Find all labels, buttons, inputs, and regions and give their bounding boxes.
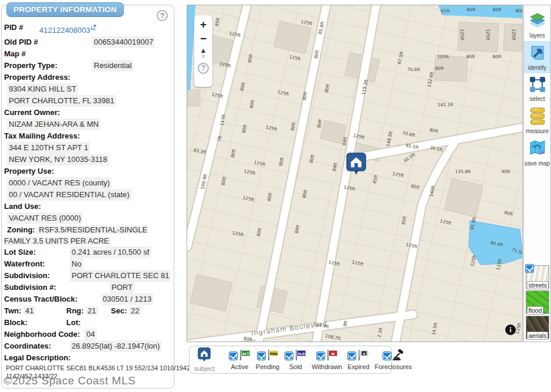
tool-save-map[interactable]: save map: [524, 137, 550, 169]
map-dim-label: 135.8ft: [455, 169, 471, 174]
tool-layers[interactable]: layers: [524, 10, 550, 41]
pending-checkbox[interactable]: [257, 352, 266, 360]
map-dim-label: 90ft: [502, 169, 511, 174]
svg-text:SLD: SLD: [298, 352, 305, 355]
map-dim-label: 80ft: [467, 7, 476, 12]
map-dim-label: 142.1ft: [438, 102, 454, 107]
property-type-label: Property Type:: [4, 60, 92, 72]
legend-item-withdrawn: W Withdrawn: [312, 350, 342, 370]
tax-address-line2: NEW YORK, NY 10035-3118: [7, 154, 109, 165]
map-dim-label: 80ft: [493, 54, 502, 59]
withdrawn-checkbox[interactable]: [316, 352, 325, 360]
tool-identify[interactable]: identify: [524, 41, 550, 73]
map-controls: + − ▲ ▼ ?: [194, 15, 212, 87]
sold-flag-icon: SLD: [295, 349, 306, 363]
map-canvas[interactable]: Ingraham Boulevard 61ft80ft80ft80ft125ft…: [187, 5, 523, 342]
map-toolbar: layers identify select measure: [523, 5, 551, 342]
compass-down-icon: ▼: [200, 53, 207, 59]
legal-description-line1: PORT CHARLOTTE SEC81 BLK4536 LT 19 552/1…: [4, 364, 171, 372]
tool-select[interactable]: select: [524, 73, 550, 104]
rng-label: Rng:: [66, 306, 84, 315]
expired-flag-icon: X: [357, 349, 369, 363]
waterfront-value: No: [70, 258, 83, 270]
property-address-label: Property Address:: [4, 72, 70, 83]
svg-text:W: W: [331, 352, 334, 355]
active-checkbox[interactable]: [229, 352, 238, 360]
compass-control[interactable]: ▲ ▼: [200, 48, 207, 59]
map-dim-label: 80ft: [467, 54, 475, 59]
map-dim-label: 80ft: [493, 7, 502, 12]
coordinates-value: 26.8925(lat) -82.1947(lon): [70, 340, 161, 352]
legend-item-pending: PND Pending: [256, 350, 279, 370]
external-link-icon: [91, 22, 96, 33]
map-dim-label: 105ft: [437, 54, 449, 59]
sold-checkbox[interactable]: [285, 352, 293, 360]
subject-icon: [197, 347, 211, 364]
panel-help-icon[interactable]: ?: [157, 10, 168, 21]
zoom-out-button[interactable]: −: [196, 32, 211, 46]
subdivision-number-label: Subdivision #:: [4, 282, 110, 293]
subdivision-value: PORT CHARLOTTE SEC 81: [70, 270, 171, 282]
svg-text:PND: PND: [269, 352, 278, 355]
property-type-value: Residential: [92, 60, 133, 72]
property-info-panel: PROPERTY INFORMATION ? PID # 41212240800…: [1, 5, 174, 388]
map-help-icon[interactable]: ?: [198, 63, 209, 74]
zoom-in-button[interactable]: +: [196, 18, 211, 32]
legend-item-sold: SLD Sold: [285, 350, 306, 370]
save-map-icon: [529, 140, 546, 160]
map-legend: subject ACT Active PND Pending: [189, 346, 392, 374]
legend-item-expired: X Expired: [347, 350, 369, 370]
layers-icon: [529, 13, 546, 32]
map-dim-label: 61ft: [441, 8, 450, 13]
toggle-flood[interactable]: flood: [526, 290, 549, 314]
map-dim-label: 125ft: [485, 29, 491, 40]
block-label: Block:: [4, 318, 28, 327]
expired-checkbox[interactable]: [347, 352, 356, 360]
neighborhood-code-value: 04: [84, 329, 96, 340]
land-use-label: Land Use:: [4, 201, 41, 212]
legal-description-line2: 1142/452 1433/22: [4, 372, 171, 380]
legal-description-label: Legal Description:: [4, 352, 70, 364]
map-info-icon[interactable]: i: [505, 325, 516, 335]
tax-address-label: Tax Mailing Address:: [4, 130, 80, 142]
legend-item-active: ACT Active: [229, 350, 251, 370]
map-dim-label: 125ft: [459, 29, 465, 40]
census-label: Census Tract/Block:: [4, 293, 101, 305]
lot-size-label: Lot Size:: [4, 246, 70, 258]
property-address-line2: PORT CHARLOTTE, FL 33981: [7, 95, 116, 107]
property-use-line1: 0000 / VACANT RES (county): [7, 177, 111, 189]
sec-value: 22: [129, 306, 141, 315]
streets-checkbox[interactable]: [525, 264, 534, 273]
select-icon: [529, 76, 546, 95]
subdivision-number-value: PORT: [110, 282, 134, 293]
waterfront-label: Waterfront:: [4, 258, 70, 270]
map-dim-label: 80ft: [435, 66, 444, 71]
subdivision-label: Subdivision:: [4, 270, 70, 282]
map-number-label: Map #: [4, 48, 26, 60]
foreclosures-checkbox[interactable]: [383, 352, 391, 360]
owner-value: NIZAM JEHAN-ARA & MN: [7, 119, 100, 130]
legend-subject: subject: [194, 347, 215, 372]
property-use-label: Property Use:: [4, 165, 54, 177]
toggle-aerials[interactable]: aerials: [526, 316, 549, 339]
rng-value: 21: [86, 306, 97, 315]
legend-item-foreclosures: Foreclosures: [375, 350, 413, 370]
tax-address-line1: 344 E 120TH ST APT 1: [7, 142, 90, 154]
lot-size-value: 0.241 acres / 10,500 sf: [70, 246, 151, 258]
tool-measure[interactable]: measure: [524, 104, 550, 137]
neighborhood-code-label: Neighborhood Code:: [4, 329, 80, 340]
active-flag-icon: ACT: [239, 349, 251, 363]
toggle-streets[interactable]: streets: [526, 265, 549, 289]
map[interactable]: Ingraham Boulevard 61ft80ft80ft80ft125ft…: [187, 5, 523, 342]
withdrawn-flag-icon: W: [326, 349, 338, 363]
owner-label: Current Owner:: [4, 107, 60, 119]
panel-title: PROPERTY INFORMATION: [6, 2, 124, 17]
census-value: 030501 / 1213: [101, 293, 153, 305]
coordinates-label: Coordinates:: [4, 340, 70, 352]
gavel-icon: [393, 349, 404, 363]
lot-field-label: Lot:: [66, 318, 81, 327]
property-address-line1: 9304 KING HILL ST: [7, 83, 78, 95]
pending-flag-icon: PND: [267, 349, 279, 363]
measure-icon: [529, 107, 546, 127]
pid-link[interactable]: 412122408003: [39, 22, 96, 36]
